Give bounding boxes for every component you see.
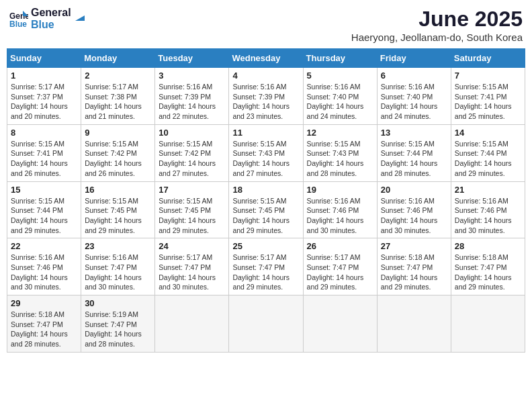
logo-general: General <box>31 7 71 18</box>
cell-details: Sunrise: 5:15 AMSunset: 7:45 PMDaylight:… <box>232 196 299 236</box>
cell-details: Sunrise: 5:16 AMSunset: 7:39 PMDaylight:… <box>159 82 225 122</box>
calendar-cell: 15Sunrise: 5:15 AMSunset: 7:44 PMDayligh… <box>7 181 81 238</box>
cell-details: Sunrise: 5:15 AMSunset: 7:45 PMDaylight:… <box>159 196 225 236</box>
cell-details: Sunrise: 5:16 AMSunset: 7:47 PMDaylight:… <box>85 253 151 292</box>
header-tuesday: Tuesday <box>155 49 229 68</box>
calendar-week-5: 29Sunrise: 5:18 AMSunset: 7:47 PMDayligh… <box>7 295 525 353</box>
cell-details: Sunrise: 5:18 AMSunset: 7:47 PMDaylight:… <box>455 253 521 292</box>
cell-details: Sunrise: 5:15 AMSunset: 7:41 PMDaylight:… <box>455 82 521 122</box>
day-number: 9 <box>85 128 151 138</box>
cell-details: Sunrise: 5:15 AMSunset: 7:43 PMDaylight:… <box>232 139 299 179</box>
day-number: 12 <box>307 128 373 138</box>
calendar-cell: 4Sunrise: 5:16 AMSunset: 7:39 PMDaylight… <box>229 68 303 125</box>
calendar-cell: 12Sunrise: 5:15 AMSunset: 7:43 PMDayligh… <box>303 124 377 181</box>
calendar-cell: 7Sunrise: 5:15 AMSunset: 7:41 PMDaylight… <box>451 68 525 125</box>
cell-details: Sunrise: 5:16 AMSunset: 7:46 PMDaylight:… <box>381 196 447 236</box>
location-subtitle: Haeryong, Jeollanam-do, South Korea <box>351 32 523 43</box>
month-year-title: June 2025 <box>351 7 523 32</box>
title-block: June 2025 Haeryong, Jeollanam-do, South … <box>351 7 523 43</box>
day-number: 2 <box>85 71 151 81</box>
calendar-cell: 1Sunrise: 5:17 AMSunset: 7:37 PMDaylight… <box>7 68 81 125</box>
day-number: 26 <box>307 241 373 251</box>
calendar-cell: 16Sunrise: 5:15 AMSunset: 7:45 PMDayligh… <box>81 181 155 238</box>
calendar-cell: 22Sunrise: 5:16 AMSunset: 7:46 PMDayligh… <box>7 238 81 295</box>
day-number: 17 <box>159 185 225 195</box>
calendar-cell: 5Sunrise: 5:16 AMSunset: 7:40 PMDaylight… <box>303 68 377 125</box>
calendar-cell <box>451 295 525 353</box>
day-number: 14 <box>455 128 521 138</box>
day-number: 15 <box>11 185 77 195</box>
day-number: 10 <box>159 128 225 138</box>
day-number: 29 <box>11 298 77 308</box>
calendar-cell: 9Sunrise: 5:15 AMSunset: 7:42 PMDaylight… <box>81 124 155 181</box>
calendar-cell: 26Sunrise: 5:17 AMSunset: 7:47 PMDayligh… <box>303 238 377 295</box>
day-number: 7 <box>455 71 521 81</box>
calendar-cell: 30Sunrise: 5:19 AMSunset: 7:47 PMDayligh… <box>81 295 155 353</box>
day-number: 24 <box>159 241 225 251</box>
calendar-cell: 25Sunrise: 5:17 AMSunset: 7:47 PMDayligh… <box>229 238 303 295</box>
day-number: 20 <box>381 185 447 195</box>
day-number: 23 <box>85 241 151 251</box>
calendar-week-3: 15Sunrise: 5:15 AMSunset: 7:44 PMDayligh… <box>7 181 525 238</box>
day-number: 21 <box>455 185 521 195</box>
calendar-cell: 3Sunrise: 5:16 AMSunset: 7:39 PMDaylight… <box>155 68 229 125</box>
cell-details: Sunrise: 5:15 AMSunset: 7:41 PMDaylight:… <box>11 139 77 179</box>
logo-blue: Blue <box>31 19 71 31</box>
calendar-week-1: 1Sunrise: 5:17 AMSunset: 7:37 PMDaylight… <box>7 68 525 125</box>
cell-details: Sunrise: 5:16 AMSunset: 7:46 PMDaylight:… <box>11 253 77 292</box>
cell-details: Sunrise: 5:15 AMSunset: 7:44 PMDaylight:… <box>11 196 77 236</box>
calendar-cell: 18Sunrise: 5:15 AMSunset: 7:45 PMDayligh… <box>229 181 303 238</box>
cell-details: Sunrise: 5:17 AMSunset: 7:47 PMDaylight:… <box>159 253 225 292</box>
day-number: 30 <box>85 298 151 308</box>
calendar-cell: 24Sunrise: 5:17 AMSunset: 7:47 PMDayligh… <box>155 238 229 295</box>
day-number: 18 <box>232 185 299 195</box>
cell-details: Sunrise: 5:17 AMSunset: 7:47 PMDaylight:… <box>307 253 373 292</box>
calendar-cell: 28Sunrise: 5:18 AMSunset: 7:47 PMDayligh… <box>451 238 525 295</box>
cell-details: Sunrise: 5:15 AMSunset: 7:42 PMDaylight:… <box>85 139 151 179</box>
cell-details: Sunrise: 5:15 AMSunset: 7:44 PMDaylight:… <box>455 139 521 179</box>
day-number: 4 <box>232 71 299 81</box>
cell-details: Sunrise: 5:15 AMSunset: 7:45 PMDaylight:… <box>85 196 151 236</box>
calendar-cell <box>155 295 229 353</box>
calendar-cell: 2Sunrise: 5:17 AMSunset: 7:38 PMDaylight… <box>81 68 155 125</box>
calendar-cell: 17Sunrise: 5:15 AMSunset: 7:45 PMDayligh… <box>155 181 229 238</box>
day-number: 1 <box>11 71 77 81</box>
logo-icon: General Blue <box>9 9 28 28</box>
calendar-cell: 10Sunrise: 5:15 AMSunset: 7:42 PMDayligh… <box>155 124 229 181</box>
day-number: 3 <box>159 71 225 81</box>
cell-details: Sunrise: 5:17 AMSunset: 7:38 PMDaylight:… <box>85 82 151 122</box>
cell-details: Sunrise: 5:17 AMSunset: 7:37 PMDaylight:… <box>11 82 77 122</box>
svg-text:Blue: Blue <box>9 19 27 28</box>
cell-details: Sunrise: 5:17 AMSunset: 7:47 PMDaylight:… <box>232 253 299 292</box>
day-number: 27 <box>381 241 447 251</box>
calendar-cell: 27Sunrise: 5:18 AMSunset: 7:47 PMDayligh… <box>377 238 451 295</box>
cell-details: Sunrise: 5:18 AMSunset: 7:47 PMDaylight:… <box>11 310 77 349</box>
cell-details: Sunrise: 5:19 AMSunset: 7:47 PMDaylight:… <box>85 310 151 349</box>
header-monday: Monday <box>81 49 155 68</box>
cell-details: Sunrise: 5:16 AMSunset: 7:46 PMDaylight:… <box>307 196 373 236</box>
svg-marker-4 <box>75 15 85 21</box>
cell-details: Sunrise: 5:15 AMSunset: 7:43 PMDaylight:… <box>307 139 373 179</box>
calendar-body: 1Sunrise: 5:17 AMSunset: 7:37 PMDaylight… <box>7 68 525 353</box>
day-number: 19 <box>307 185 373 195</box>
day-number: 22 <box>11 241 77 251</box>
day-number: 16 <box>85 185 151 195</box>
day-number: 25 <box>232 241 299 251</box>
calendar-table: Sunday Monday Tuesday Wednesday Thursday… <box>7 48 525 353</box>
header-thursday: Thursday <box>303 49 377 68</box>
logo-arrow-icon <box>73 9 87 24</box>
cell-details: Sunrise: 5:16 AMSunset: 7:40 PMDaylight:… <box>307 82 373 122</box>
cell-details: Sunrise: 5:18 AMSunset: 7:47 PMDaylight:… <box>381 253 447 292</box>
day-number: 11 <box>232 128 299 138</box>
calendar-cell: 8Sunrise: 5:15 AMSunset: 7:41 PMDaylight… <box>7 124 81 181</box>
calendar-cell <box>303 295 377 353</box>
cell-details: Sunrise: 5:15 AMSunset: 7:42 PMDaylight:… <box>159 139 225 179</box>
calendar-cell: 14Sunrise: 5:15 AMSunset: 7:44 PMDayligh… <box>451 124 525 181</box>
header-friday: Friday <box>377 49 451 68</box>
cell-details: Sunrise: 5:15 AMSunset: 7:44 PMDaylight:… <box>381 139 447 179</box>
calendar-cell <box>229 295 303 353</box>
calendar-cell: 13Sunrise: 5:15 AMSunset: 7:44 PMDayligh… <box>377 124 451 181</box>
header-sunday: Sunday <box>7 49 81 68</box>
cell-details: Sunrise: 5:16 AMSunset: 7:40 PMDaylight:… <box>381 82 447 122</box>
day-number: 28 <box>455 241 521 251</box>
